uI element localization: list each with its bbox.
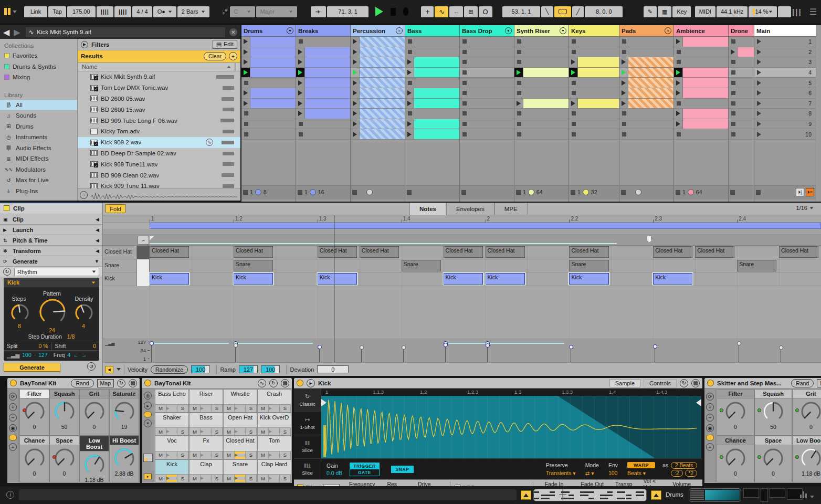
- clip-playing-button[interactable]: [296, 68, 305, 78]
- pad-mute-button[interactable]: M: [155, 405, 166, 412]
- clip-play-button[interactable]: [619, 99, 628, 109]
- clip-slot[interactable]: [569, 68, 619, 78]
- scene-play-button[interactable]: [754, 119, 763, 129]
- clip-play-button[interactable]: [296, 57, 305, 67]
- macro-knob[interactable]: [113, 401, 135, 425]
- draw-mode-button[interactable]: ✎: [644, 6, 657, 17]
- midi-note[interactable]: Snare: [737, 260, 776, 271]
- clip-play-button[interactable]: [351, 129, 360, 139]
- clip-slot[interactable]: [405, 109, 459, 119]
- clip-section-clip[interactable]: ▣Clip◀: [0, 214, 102, 225]
- macro-variations-icon[interactable]: ⟳: [706, 393, 714, 401]
- save-preset-icon[interactable]: ▩: [129, 379, 137, 387]
- track-stop-button[interactable]: [461, 190, 466, 195]
- search-clear-icon[interactable]: ✕: [229, 28, 237, 36]
- add-macro-icon[interactable]: +: [9, 403, 17, 411]
- drum-pad-bass[interactable]: BassMS: [189, 413, 223, 436]
- freq-left-arrow-icon[interactable]: ←: [73, 352, 79, 358]
- clip-slot[interactable]: [619, 68, 673, 78]
- preview-waveform[interactable]: [91, 191, 238, 199]
- refresh-icon[interactable]: ↻: [269, 379, 278, 387]
- scene-play-button[interactable]: [754, 78, 763, 88]
- scene-slot[interactable]: 3: [754, 57, 816, 68]
- pad-play-button[interactable]: [201, 452, 212, 459]
- refresh-icon[interactable]: ↻: [680, 379, 688, 387]
- track-header[interactable]: Bass: [405, 25, 459, 37]
- clip-stop-button[interactable]: [460, 119, 469, 129]
- file-row[interactable]: ✓Kick Mkit Synth 9.aif: [78, 71, 240, 82]
- preview-headphones-icon[interactable]: ⌢: [80, 191, 88, 199]
- clip-stop-button[interactable]: [569, 129, 578, 139]
- clip-play-button[interactable]: [351, 57, 360, 67]
- clip-slot[interactable]: [296, 68, 350, 78]
- clip-stop-button[interactable]: [674, 47, 683, 57]
- clip-play-button[interactable]: [241, 57, 250, 67]
- drum-pad-kick[interactable]: KickMS: [155, 459, 189, 483]
- computer-midi-keyboard-button[interactable]: ▦: [658, 6, 671, 17]
- clip-stop-button[interactable]: [460, 47, 469, 57]
- clip[interactable]: [578, 57, 619, 67]
- clip-play-button[interactable]: [296, 47, 305, 57]
- track-header[interactable]: Synth Riser▼: [514, 25, 569, 37]
- drum-pad-riser[interactable]: RiserMS: [189, 389, 223, 413]
- clip[interactable]: [683, 88, 728, 98]
- clip-slot[interactable]: [729, 57, 754, 68]
- pad-play-button[interactable]: [269, 405, 280, 412]
- clip-slot[interactable]: [351, 78, 405, 88]
- expand-arrow-icon[interactable]: ▼: [94, 259, 99, 264]
- clip[interactable]: [683, 68, 728, 78]
- pad-play-button[interactable]: [166, 405, 177, 412]
- scene-play-button[interactable]: [754, 99, 763, 109]
- clip-slot[interactable]: [296, 129, 350, 140]
- clip-slot[interactable]: [241, 57, 296, 68]
- clip-slot[interactable]: [514, 68, 569, 78]
- drum-pad-crash[interactable]: CrashMS: [257, 389, 291, 413]
- velocity-high-value[interactable]: 127: [38, 352, 48, 358]
- device-overview-fold-button[interactable]: [651, 490, 661, 500]
- automation-arm-button[interactable]: ∿: [435, 6, 448, 17]
- pad-solo-button[interactable]: S: [280, 452, 291, 459]
- clip-stop-button[interactable]: [569, 119, 578, 129]
- macro-value[interactable]: 0: [63, 470, 66, 477]
- clip-slot[interactable]: [674, 129, 728, 140]
- loop-start-field[interactable]: 53. 1. 1: [502, 6, 540, 17]
- scene-slot[interactable]: 6: [754, 88, 816, 99]
- time-signature-field[interactable]: 4 / 4: [132, 6, 152, 17]
- clip-slot[interactable]: [405, 47, 459, 58]
- show-chains-icon[interactable]: ▸: [144, 474, 152, 479]
- pad-solo-button[interactable]: S: [246, 452, 257, 459]
- sort-asc-icon[interactable]: [227, 66, 231, 68]
- clip-play-button[interactable]: [351, 109, 360, 119]
- drum-pad-bass-echo[interactable]: Bass EchoMS: [155, 389, 189, 413]
- pad-solo-button[interactable]: S: [280, 475, 291, 482]
- clip-slot[interactable]: [674, 78, 728, 88]
- clip-play-button[interactable]: [405, 88, 414, 98]
- clip[interactable]: [360, 57, 405, 67]
- clip[interactable]: [250, 88, 296, 98]
- snap-button[interactable]: SNAP: [391, 466, 414, 473]
- midi-note[interactable]: Closed Hat: [234, 246, 273, 258]
- midi-note[interactable]: Closed Hat: [569, 246, 608, 258]
- clip-play-button[interactable]: [351, 78, 360, 88]
- device-title-bar[interactable]: BayTonal Kit∿↻▩: [142, 378, 292, 388]
- drum-pad-clap[interactable]: ClapMS: [189, 459, 223, 483]
- rand-button[interactable]: Rand: [71, 379, 93, 387]
- velocity-marker[interactable]: [653, 344, 657, 349]
- clip-stop-button[interactable]: [619, 119, 628, 129]
- clip-play-button[interactable]: [514, 99, 523, 109]
- library-item-drums[interactable]: ⊞Drums: [0, 121, 77, 132]
- macro-knob[interactable]: [24, 401, 46, 425]
- scene-play-button[interactable]: [754, 57, 763, 67]
- clip-play-button[interactable]: [296, 99, 305, 109]
- scene-play-button[interactable]: [754, 109, 763, 119]
- clip-stop-button[interactable]: [514, 37, 523, 47]
- density-knob[interactable]: [74, 303, 94, 325]
- clip[interactable]: [250, 99, 296, 109]
- scene-slot[interactable]: 2: [754, 47, 816, 58]
- clip-slot[interactable]: [460, 47, 514, 58]
- clip-stop-button[interactable]: [514, 78, 523, 88]
- pad-solo-button[interactable]: S: [246, 475, 257, 482]
- clip-slot[interactable]: [351, 119, 405, 130]
- track-stop-button[interactable]: [571, 190, 575, 195]
- clip-slot[interactable]: [296, 78, 350, 88]
